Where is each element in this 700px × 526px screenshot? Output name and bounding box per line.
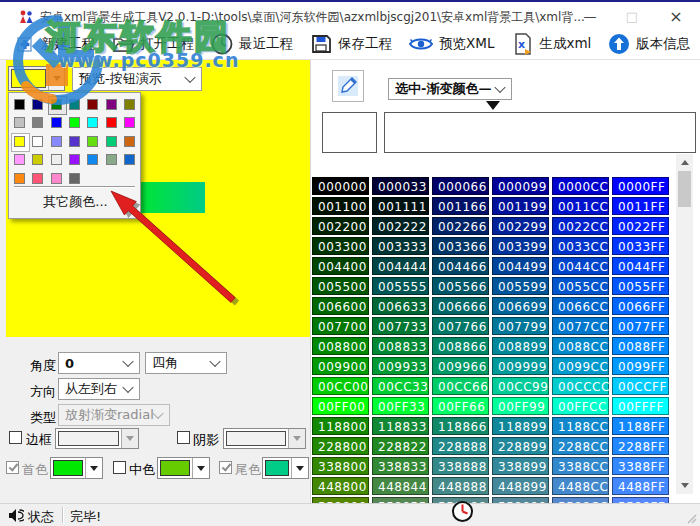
color-cell[interactable]: 00CCCC [552, 377, 609, 395]
color-cell[interactable]: 003399 [492, 237, 549, 255]
palette-swatch[interactable] [106, 136, 117, 147]
palette-swatch[interactable] [69, 99, 80, 110]
palette-swatch[interactable] [87, 136, 98, 147]
color-cell[interactable]: 448888 [432, 477, 489, 495]
save-project-button[interactable]: 保存工程 [309, 30, 392, 58]
angle-combo[interactable]: 0 [58, 352, 140, 374]
color-cell[interactable]: 338800 [312, 457, 369, 475]
color-cell[interactable]: 006633 [372, 297, 429, 315]
color-cell[interactable]: 0055CC [552, 277, 609, 295]
color-cell[interactable]: 007700 [312, 317, 369, 335]
palette-swatch[interactable] [14, 173, 25, 184]
palette-swatch[interactable] [124, 136, 135, 147]
preview-mode-combo[interactable]: 预览-按钮演示 [72, 67, 202, 91]
color-cell[interactable]: 0033CC [552, 237, 609, 255]
color-cell[interactable]: 006666 [432, 297, 489, 315]
color-cell[interactable]: 1188FF [612, 417, 669, 435]
corner-combo[interactable]: 四角 [145, 352, 227, 374]
palette-swatch[interactable] [14, 136, 25, 147]
color-cell[interactable]: 448899 [492, 477, 549, 495]
color-cell[interactable]: 003366 [432, 237, 489, 255]
color-cell[interactable]: 001199 [492, 197, 549, 215]
color-cell[interactable]: 0088FF [612, 337, 669, 355]
color-cell[interactable]: 0011CC [552, 197, 609, 215]
color-cell[interactable]: 00CCFF [612, 377, 669, 395]
color-cell[interactable]: 448800 [312, 477, 369, 495]
palette-swatch[interactable] [51, 99, 62, 110]
scroll-down-button[interactable] [676, 477, 693, 494]
color-cell[interactable]: 00CC33 [372, 377, 429, 395]
color-cell[interactable]: 004444 [372, 257, 429, 275]
eyedropper-button[interactable] [332, 70, 364, 102]
palette-swatch[interactable] [51, 154, 62, 165]
open-project-button[interactable]: 打开工程 [111, 30, 194, 58]
resize-grip[interactable] [686, 513, 698, 525]
color-cell[interactable]: 448844 [372, 477, 429, 495]
palette-swatch[interactable] [51, 136, 62, 147]
direction-combo[interactable]: 从左到右 [58, 378, 140, 400]
color-cell[interactable]: 2288CC [552, 437, 609, 455]
color-cell[interactable]: 118899 [492, 417, 549, 435]
palette-swatch[interactable] [87, 117, 98, 128]
color-cell[interactable]: 4488CC [552, 477, 609, 495]
color-cell[interactable]: 009900 [312, 357, 369, 375]
tail-color-combo[interactable] [262, 457, 309, 479]
dropdown-arrow-button[interactable] [291, 458, 308, 478]
palette-swatch[interactable] [106, 99, 117, 110]
close-button[interactable]: × [656, 2, 696, 30]
first-color-combo[interactable] [50, 457, 103, 479]
gradient-select-combo[interactable]: 选中-渐变颜色— [388, 78, 512, 100]
color-cell[interactable]: 006600 [312, 297, 369, 315]
color-cell[interactable]: 004400 [312, 257, 369, 275]
color-cell[interactable]: 00CC99 [492, 377, 549, 395]
shadow-checkbox[interactable] [177, 431, 190, 444]
palette-swatch[interactable] [69, 117, 80, 128]
color-cell[interactable]: 008866 [432, 337, 489, 355]
color-cell[interactable]: 009999 [492, 357, 549, 375]
color-cell[interactable]: 00FF33 [372, 397, 429, 415]
color-cell[interactable]: 002222 [372, 217, 429, 235]
palette-swatch[interactable] [32, 136, 43, 147]
recent-project-button[interactable]: 最近工程 [210, 30, 293, 58]
color-cell[interactable]: 0000CC [552, 177, 609, 195]
palette-swatch[interactable] [32, 117, 43, 128]
color-cell[interactable]: 0099FF [612, 357, 669, 375]
color-cell[interactable]: 00FFFF [612, 397, 669, 415]
color-cell[interactable]: 0000FF [612, 177, 669, 195]
color-cell[interactable]: 008899 [492, 337, 549, 355]
palette-swatch[interactable] [87, 154, 98, 165]
color-cell[interactable]: 0088CC [552, 337, 609, 355]
palette-swatch[interactable] [87, 99, 98, 110]
palette-swatch[interactable] [32, 154, 43, 165]
dropdown-arrow-button[interactable] [85, 458, 102, 478]
color-cell[interactable]: 001100 [312, 197, 369, 215]
color-cell[interactable]: 118833 [372, 417, 429, 435]
color-cell[interactable]: 118866 [432, 417, 489, 435]
color-cell[interactable]: 000000 [312, 177, 369, 195]
palette-swatch[interactable] [32, 99, 43, 110]
color-cell[interactable]: 000099 [492, 177, 549, 195]
color-cell[interactable]: 001111 [372, 197, 429, 215]
color-cell[interactable]: 0077CC [552, 317, 609, 335]
color-cell[interactable]: 0077FF [612, 317, 669, 335]
color-cell[interactable]: 003300 [312, 237, 369, 255]
color-dropdown-button[interactable] [48, 67, 64, 90]
color-cell[interactable]: 009933 [372, 357, 429, 375]
color-cell[interactable]: 228888 [432, 437, 489, 455]
palette-swatch[interactable] [32, 173, 43, 184]
color-cell[interactable]: 4488FF [612, 477, 669, 495]
palette-swatch[interactable] [124, 99, 135, 110]
scroll-up-button[interactable] [676, 154, 693, 171]
palette-swatch[interactable] [124, 154, 135, 165]
mid-color-checkbox[interactable] [113, 461, 126, 474]
color-cell[interactable]: 005566 [432, 277, 489, 295]
color-cell[interactable]: 338899 [492, 457, 549, 475]
selected-color-combo[interactable] [8, 66, 65, 91]
palette-swatch[interactable] [69, 173, 80, 184]
color-cell[interactable]: 0022CC [552, 217, 609, 235]
minimize-button[interactable]: — [570, 2, 610, 30]
color-cell[interactable]: 005555 [372, 277, 429, 295]
color-cell[interactable]: 0044FF [612, 257, 669, 275]
color-cell[interactable]: 009966 [432, 357, 489, 375]
color-cell[interactable]: 002266 [432, 217, 489, 235]
